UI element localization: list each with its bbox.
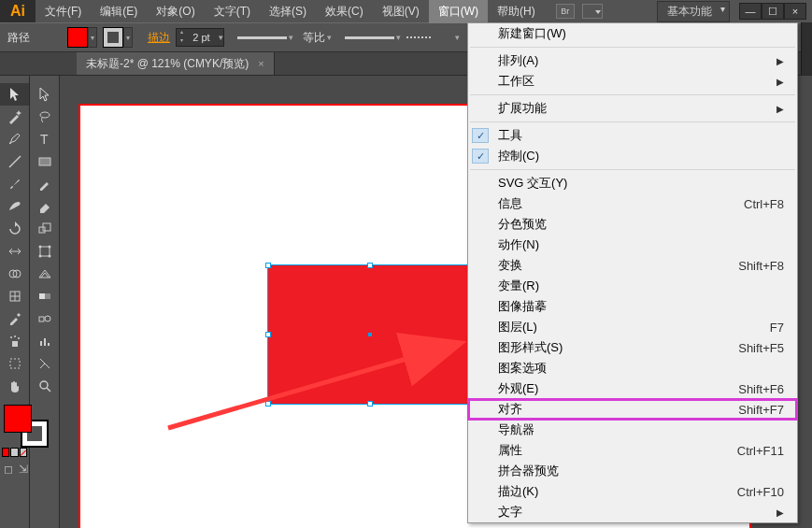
svg-rect-10 <box>10 359 20 368</box>
menu-info[interactable]: 信息Ctrl+F8 <box>468 193 797 214</box>
stroke-weight-field[interactable]: ▴▾ 2 pt ▾ <box>176 28 224 47</box>
svg-rect-23 <box>39 317 44 321</box>
workspace-dropdown[interactable]: 基本功能 <box>657 1 730 22</box>
app-logo: Ai <box>0 0 36 22</box>
line-start-style[interactable]: ▾ <box>237 30 293 45</box>
menu-type-panel[interactable]: 文字▶ <box>468 502 797 522</box>
symbol-sprayer-tool[interactable] <box>0 330 29 352</box>
fill-color-swatch[interactable] <box>4 405 32 433</box>
menu-graphic-styles[interactable]: 图形样式(S)Shift+F5 <box>468 337 797 358</box>
menu-tools[interactable]: ✓工具 <box>468 125 797 146</box>
fill-swatch[interactable] <box>67 27 88 48</box>
stroke-link[interactable]: 描边 <box>148 30 170 46</box>
free-transform-tool[interactable] <box>30 240 59 263</box>
lasso-tool[interactable] <box>30 106 59 128</box>
pen-tool[interactable] <box>0 128 29 150</box>
svg-point-28 <box>40 381 48 389</box>
menu-control[interactable]: ✓控制(C) <box>468 146 797 166</box>
color-block[interactable] <box>0 403 29 446</box>
menu-file[interactable]: 文件(F) <box>36 0 91 23</box>
menu-object[interactable]: 对象(O) <box>147 0 204 23</box>
svg-rect-26 <box>44 338 46 346</box>
close-button[interactable]: × <box>784 3 806 20</box>
scale-tool[interactable] <box>30 218 59 240</box>
menu-align[interactable]: 对齐Shift+F7 <box>468 399 797 420</box>
handle-bottom-middle[interactable] <box>367 401 373 407</box>
menu-variables[interactable]: 变量(R) <box>468 276 797 296</box>
stroke-swatch[interactable] <box>103 27 123 48</box>
zoom-tool[interactable] <box>30 375 59 397</box>
line-end-style[interactable]: ▾ <box>345 30 401 45</box>
menu-view[interactable]: 视图(V) <box>373 0 429 23</box>
menu-transform[interactable]: 变换Shift+F8 <box>468 255 797 276</box>
svg-point-18 <box>48 246 50 249</box>
stroke-dropdown[interactable]: ▾ <box>123 27 133 48</box>
tool-palette-col2: T <box>30 76 60 528</box>
handle-top-left[interactable] <box>265 263 271 268</box>
menu-new-window[interactable]: 新建窗口(W) <box>468 23 797 44</box>
menu-navigator[interactable]: 导航器 <box>468 420 797 440</box>
rotate-tool[interactable] <box>0 218 29 240</box>
bridge-icon[interactable]: Br <box>556 4 575 19</box>
type-tool[interactable]: T <box>30 128 59 150</box>
menu-pattern-options[interactable]: 图案选项 <box>468 358 797 378</box>
arrange-docs-icon[interactable] <box>582 4 603 19</box>
screen-mode-icon[interactable]: ◻ <box>4 463 13 476</box>
menu-select[interactable]: 选择(S) <box>260 0 316 23</box>
width-tool[interactable] <box>0 240 29 263</box>
color-mode-gradient-icon[interactable] <box>10 448 18 457</box>
mesh-tool[interactable] <box>0 285 29 307</box>
menu-separations-preview[interactable]: 分色预览 <box>468 214 797 235</box>
menu-edit[interactable]: 编辑(E) <box>91 0 147 23</box>
menu-help[interactable]: 帮助(H) <box>488 0 545 23</box>
color-mode-none-icon[interactable] <box>20 448 27 457</box>
line-tool[interactable] <box>0 150 29 173</box>
menu-attributes[interactable]: 属性Ctrl+F11 <box>468 440 797 461</box>
blend-tool[interactable] <box>30 307 59 330</box>
menu-stroke[interactable]: 描边(K)Ctrl+F10 <box>468 481 797 502</box>
color-mode-fill-icon[interactable] <box>2 448 9 457</box>
menu-layers[interactable]: 图层(L)F7 <box>468 317 797 337</box>
menu-window[interactable]: 窗口(W) <box>429 0 488 23</box>
menu-svg-interactivity[interactable]: SVG 交互(Y) <box>468 173 797 193</box>
fill-dropdown[interactable]: ▾ <box>88 27 97 48</box>
shape-builder-tool[interactable] <box>0 263 29 285</box>
handle-top-middle[interactable] <box>367 263 373 268</box>
menu-type[interactable]: 文字(T) <box>205 0 260 23</box>
menu-actions[interactable]: 动作(N) <box>468 235 797 255</box>
menu-workspace[interactable]: 工作区▶ <box>468 71 797 92</box>
slice-tool[interactable] <box>30 352 59 375</box>
magic-wand-tool[interactable] <box>0 106 29 128</box>
direct-selection-tool[interactable] <box>30 83 59 106</box>
eyedropper-tool[interactable] <box>0 307 29 330</box>
perspective-grid-tool[interactable] <box>30 263 59 285</box>
eraser-tool[interactable] <box>30 195 59 218</box>
brush-tool[interactable] <box>0 173 29 195</box>
change-screen-icon[interactable]: ⇲ <box>19 463 28 476</box>
svg-point-9 <box>18 337 20 339</box>
menu-image-trace[interactable]: 图像描摹 <box>468 296 797 317</box>
gradient-tool[interactable] <box>30 285 59 307</box>
menu-arrange[interactable]: 排列(A)▶ <box>468 50 797 71</box>
document-tab-close-icon[interactable]: × <box>258 58 264 69</box>
minimize-button[interactable]: — <box>739 3 762 20</box>
hand-tool[interactable] <box>0 375 29 397</box>
right-panel-collapsed[interactable] <box>801 22 812 75</box>
menu-appearance[interactable]: 外观(E)Shift+F6 <box>468 378 797 399</box>
selection-tool[interactable] <box>0 83 29 106</box>
menu-extensions[interactable]: 扩展功能▶ <box>468 98 797 119</box>
document-tab[interactable]: 未标题-2* @ 121% (CMYK/预览) × <box>77 52 275 75</box>
path-label: 路径 <box>7 30 30 46</box>
dash-style[interactable] <box>406 30 453 45</box>
column-graph-tool[interactable] <box>30 330 59 352</box>
blob-brush-tool[interactable] <box>0 195 29 218</box>
handle-middle-left[interactable] <box>265 332 271 337</box>
selected-rectangle[interactable] <box>267 264 473 405</box>
maximize-button[interactable]: ☐ <box>762 3 784 20</box>
pencil-tool[interactable] <box>30 173 59 195</box>
artboard-tool[interactable] <box>0 352 29 375</box>
rectangle-tool[interactable] <box>30 150 59 173</box>
menu-effect[interactable]: 效果(C) <box>316 0 373 23</box>
menu-flattener-preview[interactable]: 拼合器预览 <box>468 461 797 481</box>
handle-bottom-left[interactable] <box>265 401 271 407</box>
